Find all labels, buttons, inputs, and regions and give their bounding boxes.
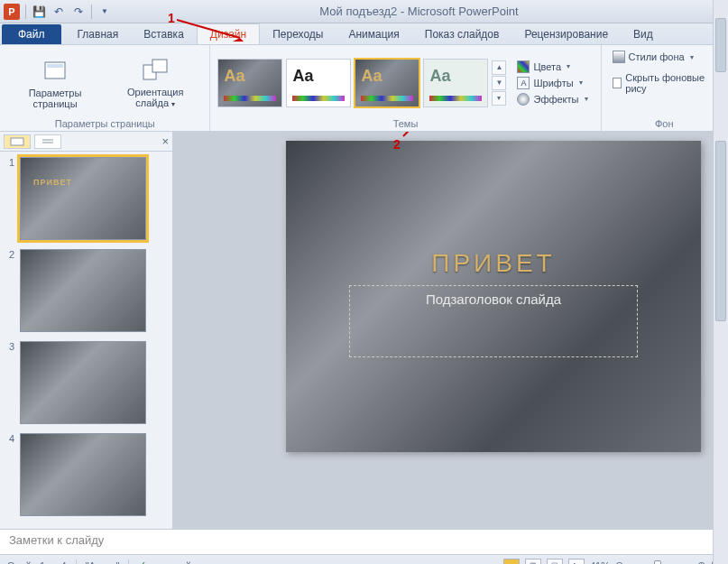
effects-icon bbox=[517, 93, 530, 106]
thumb-number: 3 bbox=[4, 341, 14, 352]
tab-slideshow[interactable]: Показ слайдов bbox=[412, 24, 512, 44]
ribbon-tabs: Файл Главная Вставка Дизайн Переходы Ани… bbox=[0, 23, 728, 45]
title-bar: P 💾 ↶ ↷ ▼ Мой подъезд2 - Microsoft Power… bbox=[0, 0, 728, 23]
tab-animations[interactable]: Анимация bbox=[336, 24, 411, 44]
status-slide-info: Слайд 1 из 4 bbox=[7, 560, 67, 565]
page-setup-icon bbox=[41, 57, 69, 86]
panel-tab-outline[interactable] bbox=[34, 134, 61, 149]
orientation-label: Ориентация слайда ▾ bbox=[112, 87, 199, 110]
theme-fonts-button[interactable]: A Шрифты▾ bbox=[511, 76, 593, 90]
group-page-setup: Параметры страницы Ориентация слайда ▾ П… bbox=[0, 45, 210, 131]
slide-canvas[interactable]: ПРИВЕТ Подзаголовок слайда bbox=[286, 141, 701, 452]
thumbnails-list: 1 ПРИВЕТ 2 3 4 bbox=[0, 152, 172, 529]
bg-styles-icon bbox=[613, 51, 625, 63]
zoom-level[interactable]: 41% bbox=[590, 560, 610, 565]
tab-insert[interactable]: Вставка bbox=[131, 24, 197, 44]
theme-effects-button[interactable]: Эффекты▾ bbox=[511, 92, 593, 106]
group-label-background: Фон bbox=[609, 116, 721, 129]
svg-rect-3 bbox=[47, 64, 63, 68]
svg-line-9 bbox=[403, 132, 480, 136]
group-label-page-setup: Параметры страницы bbox=[7, 116, 202, 129]
slide-panel: × 1 ПРИВЕТ 2 3 4 bbox=[0, 132, 173, 529]
page-setup-button[interactable]: Параметры страницы bbox=[7, 55, 103, 111]
thumb-row: 1 ПРИВЕТ bbox=[4, 157, 169, 240]
thumb-row: 2 bbox=[4, 249, 169, 332]
background-styles-button[interactable]: Стили фона▾ bbox=[609, 49, 697, 65]
qat-more-icon[interactable]: ▼ bbox=[96, 3, 114, 21]
slide-thumb-4[interactable] bbox=[20, 433, 146, 516]
panel-close-icon[interactable]: × bbox=[161, 134, 169, 148]
gallery-up-icon[interactable]: ▲ bbox=[492, 60, 506, 75]
tab-home[interactable]: Главная bbox=[65, 24, 132, 44]
view-normal-button[interactable]: ▭ bbox=[503, 559, 520, 565]
workspace: × 1 ПРИВЕТ 2 3 4 ПРИВЕТ bbox=[0, 132, 728, 529]
tab-view[interactable]: Вид bbox=[621, 24, 666, 44]
panel-tab-slides[interactable] bbox=[4, 134, 31, 149]
panel-tabs: × bbox=[0, 132, 172, 152]
theme-thumb-1[interactable]: Aa bbox=[217, 59, 282, 107]
ribbon: Параметры страницы Ориентация слайда ▾ П… bbox=[0, 45, 728, 132]
slide-thumb-1[interactable]: ПРИВЕТ bbox=[20, 157, 146, 240]
group-label-themes: Темы bbox=[217, 116, 593, 129]
tab-transitions[interactable]: Переходы bbox=[260, 24, 336, 44]
status-bar: Слайд 1 из 4 "Апекс" ✓ русский ▭ ▦ ▣ ▶ 4… bbox=[0, 554, 728, 564]
thumb-number: 2 bbox=[4, 249, 14, 260]
checkbox-icon bbox=[613, 78, 622, 88]
slide-thumb-3[interactable] bbox=[20, 341, 146, 424]
slide-title[interactable]: ПРИВЕТ bbox=[286, 249, 701, 278]
view-slideshow-button[interactable]: ▶ bbox=[568, 559, 585, 565]
view-sorter-button[interactable]: ▦ bbox=[525, 559, 541, 565]
slide-subtitle-box[interactable]: Подзаголовок слайда bbox=[349, 285, 638, 357]
thumb-row: 4 bbox=[4, 433, 169, 516]
slide-subtitle: Подзаголовок слайда bbox=[426, 291, 561, 307]
gallery-down-icon[interactable]: ▼ bbox=[492, 76, 506, 90]
notes-pane[interactable]: Заметки к слайду bbox=[0, 529, 728, 554]
tab-review[interactable]: Рецензирование bbox=[511, 24, 621, 44]
window-title: Мой подъезд2 - Microsoft PowerPoint bbox=[114, 5, 724, 18]
tab-design[interactable]: Дизайн bbox=[197, 23, 260, 44]
theme-colors-button[interactable]: Цвета▾ bbox=[511, 60, 593, 74]
tab-file[interactable]: Файл bbox=[2, 24, 61, 44]
slide-thumb-2[interactable] bbox=[20, 249, 146, 332]
spellcheck-icon[interactable]: ✓ bbox=[138, 559, 146, 564]
group-background: Стили фона▾ Скрыть фоновые рису Фон bbox=[602, 45, 729, 131]
redo-icon[interactable]: ↷ bbox=[69, 3, 88, 21]
slide-scrollbar[interactable] bbox=[713, 132, 728, 529]
thumb-row: 3 bbox=[4, 341, 169, 424]
app-icon: P bbox=[4, 4, 20, 20]
colors-icon bbox=[517, 60, 530, 73]
theme-thumb-2[interactable]: Aa bbox=[286, 59, 351, 107]
thumb-number: 1 bbox=[4, 157, 14, 168]
orientation-button[interactable]: Ориентация слайда ▾ bbox=[108, 54, 203, 112]
view-reading-button[interactable]: ▣ bbox=[547, 559, 563, 565]
thumb-number: 4 bbox=[4, 433, 14, 444]
undo-icon[interactable]: ↶ bbox=[50, 3, 68, 21]
theme-thumb-3[interactable]: Aa bbox=[355, 59, 419, 107]
orientation-icon bbox=[141, 56, 170, 85]
svg-rect-5 bbox=[152, 60, 167, 72]
gallery-expand-icon[interactable]: ▾ bbox=[492, 91, 506, 106]
fonts-icon: A bbox=[517, 77, 530, 89]
hide-background-checkbox[interactable]: Скрыть фоновые рису bbox=[609, 70, 721, 96]
status-theme: "Апекс" bbox=[86, 560, 120, 565]
theme-thumb-4[interactable]: Aa bbox=[423, 59, 488, 107]
quick-access-toolbar: 💾 ↶ ↷ ▼ bbox=[23, 3, 114, 21]
status-language[interactable]: русский bbox=[155, 560, 190, 565]
slide-area: ПРИВЕТ Подзаголовок слайда 2 bbox=[173, 132, 728, 529]
zoom-in-button[interactable]: ⊕ bbox=[697, 559, 705, 564]
zoom-out-button[interactable]: ⊖ bbox=[615, 559, 623, 564]
theme-gallery-more: ▲ ▼ ▾ bbox=[492, 60, 506, 106]
save-icon[interactable]: 💾 bbox=[30, 3, 48, 21]
svg-rect-6 bbox=[11, 138, 23, 145]
group-themes: Aa Aa Aa Aa ▲ ▼ ▾ Цвета▾ A Шрифты▾ bbox=[210, 45, 601, 131]
page-setup-label: Параметры страницы bbox=[11, 88, 99, 109]
